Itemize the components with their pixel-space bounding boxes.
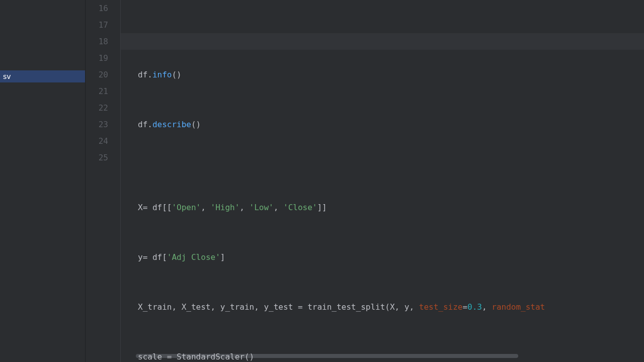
line-number: 16 <box>86 0 108 17</box>
line-number: 18 <box>86 33 108 50</box>
line-number: 19 <box>86 50 108 66</box>
line-number: 17 <box>86 17 108 33</box>
editor-gutter: 16 17 18 19 20 21 22 23 24 25 <box>86 0 121 362</box>
code-line[interactable]: y= df['Adj Close'] <box>138 249 644 265</box>
sidebar-file-item[interactable] <box>0 82 85 86</box>
current-line-highlight <box>121 33 644 50</box>
code-line[interactable]: df.info() <box>138 66 644 83</box>
line-number: 25 <box>86 149 108 166</box>
line-number: 21 <box>86 83 108 100</box>
code-line[interactable]: X= df[['Open', 'High', 'Low', 'Close']] <box>138 199 644 216</box>
project-sidebar[interactable]: sv <box>0 0 86 362</box>
code-line[interactable]: scale = StandardScaler() <box>138 348 644 362</box>
code-editor[interactable]: 16 17 18 19 20 21 22 23 24 25 df.info() … <box>86 0 644 362</box>
sidebar-item-label: sv <box>3 72 11 80</box>
line-number: 22 <box>86 100 108 116</box>
code-line[interactable]: X_train, X_test, y_train, y_test = train… <box>138 299 644 315</box>
editor-content[interactable]: df.info() df.describe() X= df[['Open', '… <box>121 0 644 362</box>
sidebar-file-item[interactable]: sv <box>0 70 85 82</box>
code-line[interactable]: df.describe() <box>138 116 644 133</box>
line-number: 23 <box>86 116 108 133</box>
line-number: 24 <box>86 133 108 149</box>
line-number: 20 <box>86 66 108 83</box>
